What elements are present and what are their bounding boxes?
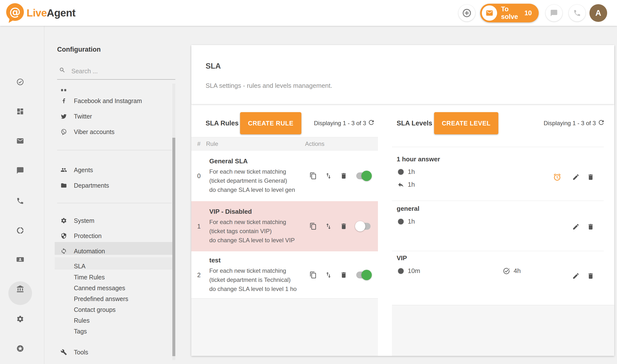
shield-icon: [61, 233, 67, 239]
viber-icon: [61, 129, 67, 135]
rail-customers-button[interactable]: [16, 256, 24, 263]
level-row-general[interactable]: general 1h: [392, 201, 614, 251]
rail-chat-button[interactable]: [16, 167, 24, 174]
configuration-title: Configuration: [57, 46, 101, 53]
create-rule-button[interactable]: CREATE RULE: [240, 112, 301, 134]
reply-icon: [397, 181, 404, 188]
to-solve-count: 10: [524, 9, 532, 17]
rail-gamification-button[interactable]: [16, 345, 24, 352]
pencil-icon[interactable]: [572, 223, 580, 230]
refresh-icon[interactable]: [368, 119, 375, 126]
rail-tickets-button[interactable]: [16, 78, 24, 86]
contact-card-icon: [16, 256, 24, 263]
rule-enabled-toggle[interactable]: [356, 272, 371, 278]
config-item-facebook[interactable]: Facebook and Instagram: [45, 94, 178, 107]
rail-dashboard-button[interactable]: [16, 107, 24, 115]
rule-enabled-toggle[interactable]: [356, 223, 371, 230]
trash-icon[interactable]: [340, 271, 347, 279]
alarm-icon[interactable]: [553, 173, 561, 181]
top-header: @ LiveAgent To solve 10 A: [0, 0, 617, 26]
level-row-vip[interactable]: VIP 10m 4h: [392, 251, 614, 305]
check-circle-icon: [503, 267, 510, 275]
clipped-item-icon: [61, 89, 63, 91]
rail-mail-button[interactable]: [16, 137, 24, 145]
chat-bubble-icon: [550, 9, 558, 17]
rail-divider: [44, 26, 44, 364]
levels-list-footer: [392, 305, 614, 356]
rules-table-footer: [191, 298, 378, 356]
rail-settings-button[interactable]: [16, 315, 24, 323]
config-item-tools[interactable]: Tools: [45, 346, 178, 359]
seal-badge-icon: [397, 168, 404, 175]
next-reply-metric: 1h: [397, 181, 415, 188]
sync-icon: [61, 248, 67, 254]
avatar[interactable]: A: [589, 4, 607, 22]
seal-badge-icon: [397, 218, 404, 225]
mail-icon: [16, 137, 24, 145]
reorder-icon[interactable]: [325, 172, 332, 180]
create-level-button[interactable]: CREATE LEVEL: [434, 112, 498, 134]
chats-button[interactable]: [546, 5, 562, 21]
calls-button[interactable]: [569, 5, 585, 21]
copy-icon[interactable]: [309, 223, 317, 230]
rules-displaying-text: Displaying 1 - 3 of 3: [300, 120, 366, 127]
config-item-protection[interactable]: Protection: [45, 229, 178, 242]
logo[interactable]: @ LiveAgent: [5, 3, 76, 23]
rule-text: test For each new ticket matching (ticke…: [209, 257, 311, 293]
facebook-icon: [61, 98, 67, 104]
rule-row-vip-disabled[interactable]: 1 VIP - Disabled For each new ticket mat…: [191, 201, 378, 251]
rule-text: General SLA For each new ticket matching…: [209, 157, 311, 194]
rule-enabled-toggle[interactable]: [356, 172, 371, 179]
page: @ LiveAgent To solve 10 A: [0, 0, 617, 364]
trash-icon[interactable]: [587, 272, 594, 280]
to-solve-button[interactable]: To solve 10: [480, 4, 539, 22]
config-item-system[interactable]: System: [45, 214, 178, 227]
copy-icon[interactable]: [309, 271, 317, 279]
config-scrollbar-thumb[interactable]: [172, 138, 175, 356]
twitter-icon: [61, 113, 67, 120]
reorder-icon[interactable]: [325, 271, 332, 279]
search-input[interactable]: [71, 65, 170, 77]
pencil-icon[interactable]: [572, 272, 580, 280]
config-item-tags[interactable]: Tags: [45, 325, 178, 338]
rail-billing-button[interactable]: [16, 285, 24, 293]
reorder-icon[interactable]: [325, 223, 332, 230]
config-item-departments[interactable]: Departments: [45, 179, 178, 192]
page-subtitle: SLA settings - rules and levels manageme…: [206, 82, 332, 90]
refresh-icon[interactable]: [598, 119, 605, 126]
level-title: general: [397, 205, 420, 212]
trash-icon[interactable]: [340, 223, 347, 230]
copy-icon[interactable]: [309, 172, 317, 180]
rule-row-test[interactable]: 2 test For each new ticket matching (tic…: [191, 251, 378, 298]
level-row-1-hour-answer[interactable]: 1 hour answer 1h 1h: [392, 147, 614, 201]
to-solve-label: To solve: [501, 5, 524, 21]
group-icon: [61, 167, 67, 173]
pencil-icon[interactable]: [572, 173, 580, 181]
donut-chart-icon: [16, 227, 24, 234]
seal-badge-icon: [397, 268, 404, 274]
rule-row-general-sla[interactable]: 0 General SLA For each new ticket matchi…: [191, 151, 378, 201]
config-item-agents[interactable]: Agents: [45, 164, 178, 176]
trash-icon[interactable]: [587, 173, 594, 181]
levels-displaying-text: Displaying 1 - 3 of 3: [531, 120, 596, 127]
rail-calls-button[interactable]: [16, 197, 24, 205]
first-answer-metric: 10m: [397, 267, 420, 275]
sla-levels-heading: SLA Levels: [397, 120, 432, 127]
config-item-viber[interactable]: Viber accounts: [45, 125, 178, 138]
sla-card: SLA SLA settings - rules and levels mana…: [191, 45, 614, 356]
settings-gear-icon: [16, 315, 24, 323]
bank-icon: [16, 285, 24, 293]
config-item-twitter[interactable]: Twitter: [45, 110, 178, 123]
rail-reports-button[interactable]: [16, 227, 24, 234]
add-button[interactable]: [458, 5, 475, 21]
wrench-icon: [61, 349, 67, 355]
config-item-automation[interactable]: Automation: [45, 245, 178, 258]
level-title: 1 hour answer: [397, 155, 440, 163]
level-title: VIP: [397, 254, 407, 262]
rule-actions: [309, 172, 371, 180]
resolve-metric: 4h: [503, 267, 521, 275]
envelope-icon: [482, 5, 497, 21]
sla-header-section: SLA SLA settings - rules and levels mana…: [191, 45, 614, 104]
trash-icon[interactable]: [340, 172, 347, 180]
trash-icon[interactable]: [587, 223, 594, 230]
